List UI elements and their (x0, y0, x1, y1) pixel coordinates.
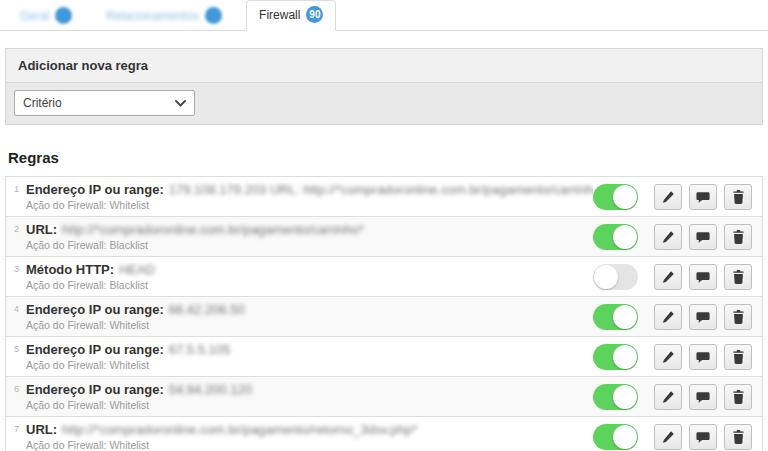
comment-icon (696, 350, 710, 364)
rule-controls (593, 224, 752, 250)
toggle-knob (613, 305, 637, 329)
rule-main: Método HTTP:HEAD Ação do Firewall: Black… (26, 262, 593, 291)
tab-label: Relacionamentos (106, 9, 199, 23)
rule-row-4: 4 Endereço IP ou range:66.42.206.50 Ação… (6, 297, 762, 337)
tab-label: Firewall (259, 8, 300, 22)
rule-index: 5 (14, 344, 26, 354)
chevron-down-icon (175, 100, 186, 107)
rule-enabled-toggle[interactable] (593, 264, 638, 290)
rule-row-6: 6 Endereço IP ou range:54.94.200.120 Açã… (6, 377, 762, 417)
rule-value-redacted: HEAD (119, 262, 155, 277)
rule-label: Endereço IP ou range: (26, 182, 164, 197)
rule-value-redacted: http://*compradoronline.com.br/pagamento… (62, 222, 364, 237)
edit-rule-button[interactable] (654, 424, 682, 450)
edit-rule-button[interactable] (654, 184, 682, 210)
delete-rule-button[interactable] (724, 344, 752, 370)
rules-heading: Regras (8, 149, 768, 166)
comment-rule-button[interactable] (689, 384, 717, 410)
comment-icon (696, 430, 710, 444)
edit-rule-button[interactable] (654, 384, 682, 410)
tab-bar: Geral Relacionamentos Firewall 90 (0, 0, 768, 31)
firewall-count-badge: 90 (306, 6, 323, 23)
rule-firewall-action: Ação do Firewall: Whitelist (26, 319, 593, 331)
rule-row-5: 5 Endereço IP ou range:67.5.5.105 Ação d… (6, 337, 762, 377)
trash-icon (732, 310, 745, 324)
rule-enabled-toggle[interactable] (593, 344, 638, 370)
comment-rule-button[interactable] (689, 424, 717, 450)
add-rule-panel-body: Critério (6, 83, 762, 124)
rule-main: URL:http://*compradoronline.com.br/pagam… (26, 222, 593, 251)
rule-main: URL:http://*compradoronline.com.br/pagam… (26, 422, 593, 451)
rule-value-redacted: 67.5.5.105 (169, 342, 230, 357)
comment-rule-button[interactable] (689, 344, 717, 370)
delete-rule-button[interactable] (724, 224, 752, 250)
trash-icon (732, 270, 745, 284)
rule-controls (593, 304, 752, 330)
comment-icon (696, 310, 710, 324)
edit-rule-button[interactable] (654, 304, 682, 330)
pencil-icon (661, 390, 675, 404)
rule-controls (593, 424, 752, 450)
edit-rule-button[interactable] (654, 264, 682, 290)
rule-firewall-action: Ação do Firewall: Whitelist (26, 359, 593, 371)
rule-firewall-action: Ação do Firewall: Whitelist (26, 399, 593, 411)
comment-icon (696, 190, 710, 204)
rule-label: URL: (26, 222, 57, 237)
rule-enabled-toggle[interactable] (593, 224, 638, 250)
rule-enabled-toggle[interactable] (593, 424, 638, 450)
comment-rule-button[interactable] (689, 184, 717, 210)
rule-controls (593, 384, 752, 410)
comment-rule-button[interactable] (689, 224, 717, 250)
rule-firewall-action: Ação do Firewall: Blacklist (26, 239, 593, 251)
criteria-select-value: Critério (23, 96, 62, 110)
rule-label: URL: (26, 422, 57, 437)
add-rule-panel-title: Adicionar nova regra (6, 49, 762, 83)
comment-icon (696, 390, 710, 404)
rule-value-redacted: http://*compradoronline.com.br/pagamento… (62, 422, 417, 437)
rule-enabled-toggle[interactable] (593, 184, 638, 210)
rule-label: Método HTTP: (26, 262, 114, 277)
pencil-icon (661, 230, 675, 244)
rule-controls (593, 344, 752, 370)
comment-rule-button[interactable] (689, 304, 717, 330)
rule-row-1: 1 Endereço IP ou range:179.108.179.203 U… (6, 177, 762, 217)
rule-value-redacted: 54.94.200.120 (169, 382, 252, 397)
rule-firewall-action: Ação do Firewall: Whitelist (26, 199, 593, 211)
rule-controls (593, 264, 752, 290)
pencil-icon (661, 270, 675, 284)
comment-icon (696, 270, 710, 284)
toggle-knob (613, 225, 637, 249)
trash-icon (732, 390, 745, 404)
comment-icon (696, 230, 710, 244)
rule-enabled-toggle[interactable] (593, 304, 638, 330)
delete-rule-button[interactable] (724, 304, 752, 330)
toggle-knob (594, 265, 618, 289)
pencil-icon (661, 430, 675, 444)
delete-rule-button[interactable] (724, 384, 752, 410)
trash-icon (732, 230, 745, 244)
tab-redacted-2[interactable]: Relacionamentos (96, 3, 232, 30)
delete-rule-button[interactable] (724, 424, 752, 450)
delete-rule-button[interactable] (724, 184, 752, 210)
pencil-icon (661, 310, 675, 324)
rule-firewall-action: Ação do Firewall: Whitelist (26, 439, 593, 451)
edit-rule-button[interactable] (654, 224, 682, 250)
edit-rule-button[interactable] (654, 344, 682, 370)
comment-rule-button[interactable] (689, 264, 717, 290)
criteria-select[interactable]: Critério (14, 90, 195, 116)
toggle-knob (613, 185, 637, 209)
tab-badge (205, 7, 222, 24)
tab-firewall[interactable]: Firewall 90 (246, 0, 336, 31)
rule-row-7: 7 URL:http://*compradoronline.com.br/pag… (6, 417, 762, 451)
rule-controls (593, 184, 752, 210)
tab-redacted-1[interactable]: Geral (10, 3, 82, 30)
rule-main: Endereço IP ou range:179.108.179.203 URL… (26, 182, 593, 211)
rule-label: Endereço IP ou range: (26, 382, 164, 397)
rules-list: 1 Endereço IP ou range:179.108.179.203 U… (5, 176, 763, 451)
tab-badge (55, 7, 72, 24)
toggle-knob (613, 385, 637, 409)
add-rule-panel: Adicionar nova regra Critério (5, 48, 763, 125)
rule-enabled-toggle[interactable] (593, 384, 638, 410)
delete-rule-button[interactable] (724, 264, 752, 290)
rule-value-redacted: 66.42.206.50 (169, 302, 245, 317)
